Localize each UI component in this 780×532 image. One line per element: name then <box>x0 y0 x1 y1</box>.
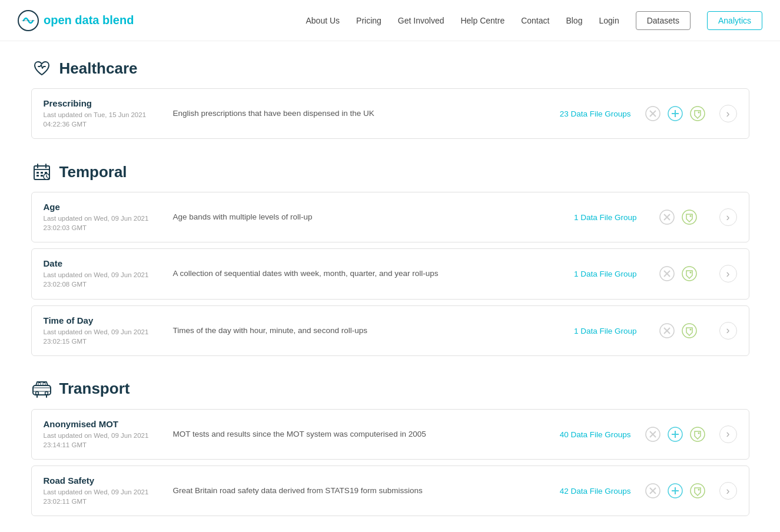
groups-link[interactable]: 40 Data File Groups <box>560 430 631 439</box>
dataset-name: Date <box>44 258 161 268</box>
dataset-groups: 1 Data File Group <box>543 268 637 279</box>
dataset-name: Road Safety <box>44 476 161 486</box>
dataset-row: Anonymised MOT Last updated on Wed, 09 J… <box>31 409 749 460</box>
dataset-info: Age Last updated on Wed, 09 Jun 2021 23:… <box>44 202 161 232</box>
temporal-title: Temporal <box>59 163 127 181</box>
dataset-action-icons <box>643 104 708 124</box>
cross-icon[interactable] <box>643 481 663 501</box>
dataset-action-icons <box>643 424 708 444</box>
row-chevron[interactable]: › <box>719 265 737 282</box>
dataset-updated: Last updated on Wed, 09 Jun 2021 23:02:0… <box>44 270 161 289</box>
nav-login[interactable]: Login <box>599 16 619 25</box>
svg-rect-44 <box>43 383 45 385</box>
cross-icon[interactable] <box>643 104 663 124</box>
dataset-updated: Last updated on Wed, 09 Jun 2021 23:02:1… <box>44 487 161 506</box>
svg-point-42 <box>45 391 48 394</box>
dataset-description: MOT tests and results since the MOT syst… <box>173 428 525 440</box>
groups-link[interactable]: 23 Data File Groups <box>560 109 631 118</box>
dataset-description: Times of the day with hour, minute, and … <box>173 325 531 337</box>
groups-link[interactable]: 1 Data File Group <box>574 327 637 335</box>
row-chevron[interactable]: › <box>719 208 737 226</box>
svg-point-31 <box>689 272 691 274</box>
groups-link[interactable]: 1 Data File Group <box>574 270 637 278</box>
svg-point-26 <box>689 215 691 217</box>
dataset-row: Prescribing Last updated on Tue, 15 Jun … <box>31 88 749 139</box>
tag-icon[interactable] <box>679 264 699 284</box>
dataset-info: Date Last updated on Wed, 09 Jun 2021 23… <box>44 258 161 289</box>
groups-link[interactable]: 42 Data File Groups <box>560 487 631 496</box>
main-nav: About Us Pricing Get Involved Help Centr… <box>306 11 762 30</box>
dataset-row: Date Last updated on Wed, 09 Jun 2021 23… <box>31 248 749 299</box>
tag-icon[interactable] <box>688 424 708 444</box>
dataset-name: Age <box>44 202 161 212</box>
header: open data blend About Us Pricing Get Inv… <box>0 0 780 41</box>
row-chevron[interactable]: › <box>719 105 737 122</box>
plus-circle-icon[interactable] <box>665 481 685 501</box>
svg-rect-18 <box>41 175 43 177</box>
logo-text: open data blend <box>44 14 134 27</box>
dataset-updated: Last updated on Wed, 09 Jun 2021 23:14:1… <box>44 431 161 450</box>
cross-icon[interactable] <box>657 207 677 227</box>
nav-blog[interactable]: Blog <box>566 16 582 25</box>
tag-icon[interactable] <box>679 321 699 341</box>
tag-icon[interactable] <box>688 481 708 501</box>
healthcare-icon <box>31 58 52 79</box>
datasets-button[interactable]: Datasets <box>636 11 691 30</box>
dataset-description: Age bands with multiple levels of roll-u… <box>173 211 531 223</box>
plus-circle-icon[interactable] <box>665 424 685 444</box>
dataset-info: Time of Day Last updated on Wed, 09 Jun … <box>44 315 161 346</box>
row-chevron[interactable]: › <box>719 482 737 500</box>
tag-icon[interactable] <box>688 104 708 124</box>
dataset-action-icons <box>649 207 708 227</box>
svg-rect-43 <box>38 383 41 385</box>
dataset-description: Great Britain road safety data derived f… <box>173 485 525 497</box>
dataset-action-icons <box>649 264 708 284</box>
analytics-button[interactable]: Analytics <box>707 11 762 30</box>
dataset-groups: 1 Data File Group <box>543 212 637 222</box>
healthcare-section-header: Healthcare <box>31 41 749 88</box>
svg-point-52 <box>698 432 699 434</box>
svg-point-60 <box>698 489 699 491</box>
dataset-groups: 42 Data File Groups <box>537 486 631 496</box>
transport-title: Transport <box>59 380 130 398</box>
dataset-info: Prescribing Last updated on Tue, 15 Jun … <box>44 98 161 129</box>
nav-pricing[interactable]: Pricing <box>356 16 381 25</box>
svg-point-41 <box>35 391 38 394</box>
svg-rect-15 <box>41 172 43 174</box>
logo[interactable]: open data blend <box>18 10 134 31</box>
nav-contact[interactable]: Contact <box>521 16 549 25</box>
row-chevron[interactable]: › <box>719 425 737 443</box>
nav-help[interactable]: Help Centre <box>460 16 504 25</box>
row-chevron[interactable]: › <box>719 322 737 340</box>
nav-get-involved[interactable]: Get Involved <box>398 16 444 25</box>
groups-link[interactable]: 1 Data File Group <box>574 213 637 222</box>
main-content: Healthcare Prescribing Last updated on T… <box>19 41 761 532</box>
transport-section-header: Transport <box>31 362 749 409</box>
tag-icon[interactable] <box>679 207 699 227</box>
transport-icon <box>31 378 52 400</box>
svg-rect-17 <box>36 175 39 177</box>
dataset-row: Age Last updated on Wed, 09 Jun 2021 23:… <box>31 192 749 242</box>
dataset-action-icons <box>649 321 708 341</box>
healthcare-title: Healthcare <box>59 59 138 78</box>
temporal-icon <box>31 161 52 182</box>
dataset-groups: 40 Data File Groups <box>537 429 631 440</box>
dataset-name: Time of Day <box>44 315 161 325</box>
dataset-row: Road Safety Last updated on Wed, 09 Jun … <box>31 466 749 516</box>
dataset-info: Road Safety Last updated on Wed, 09 Jun … <box>44 476 161 506</box>
plus-circle-icon[interactable] <box>665 104 685 124</box>
dataset-groups: 23 Data File Groups <box>537 108 631 119</box>
svg-rect-38 <box>33 388 51 391</box>
dataset-description: A collection of sequential dates with we… <box>173 268 531 280</box>
temporal-section-header: Temporal <box>31 145 749 192</box>
dataset-updated: Last updated on Wed, 09 Jun 2021 23:02:0… <box>44 214 161 232</box>
dataset-info: Anonymised MOT Last updated on Wed, 09 J… <box>44 419 161 450</box>
dataset-row: Time of Day Last updated on Wed, 09 Jun … <box>31 305 749 356</box>
dataset-updated: Last updated on Wed, 09 Jun 2021 23:02:1… <box>44 327 161 346</box>
nav-about[interactable]: About Us <box>306 16 340 25</box>
dataset-name: Anonymised MOT <box>44 419 161 429</box>
cross-icon[interactable] <box>657 321 677 341</box>
cross-icon[interactable] <box>657 264 677 284</box>
dataset-name: Prescribing <box>44 98 161 108</box>
cross-icon[interactable] <box>643 424 663 444</box>
